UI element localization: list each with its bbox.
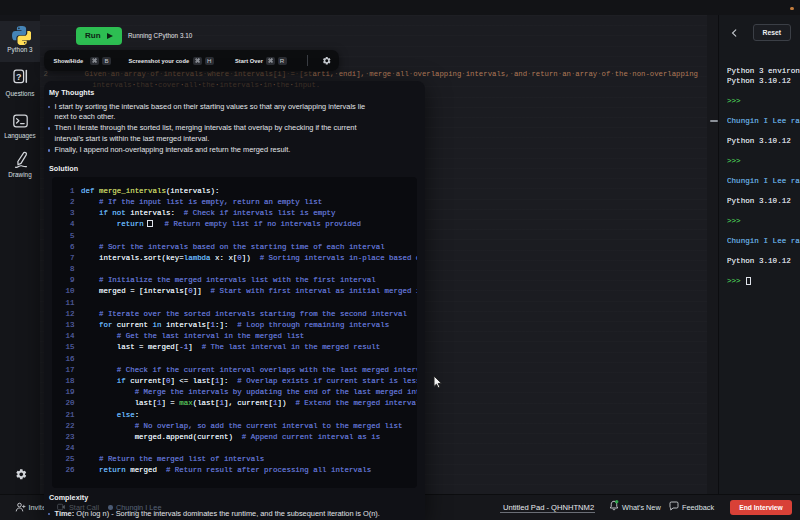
svg-text:?: ? <box>16 71 22 81</box>
